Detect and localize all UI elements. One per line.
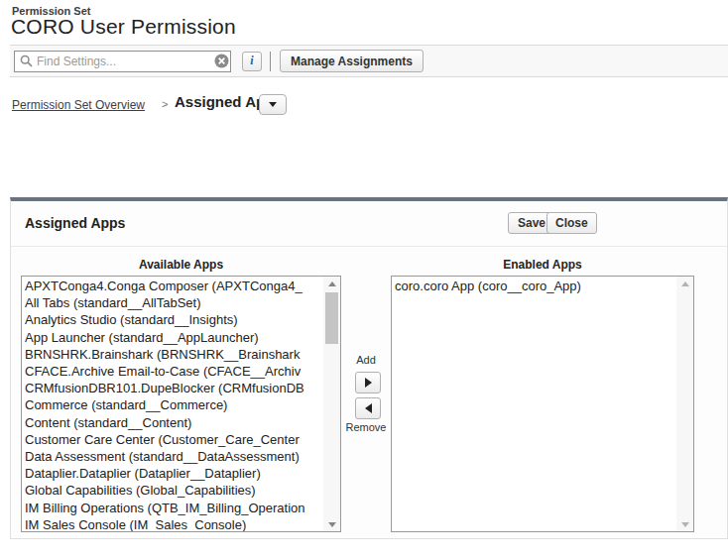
list-item[interactable]: App Launcher (standard__AppLauncher) [25, 329, 323, 346]
section-picker-dropdown[interactable] [259, 94, 287, 115]
available-apps-header: Available Apps [21, 258, 341, 272]
page-title: CORO User Permission [11, 15, 236, 39]
help-info-button[interactable]: i [242, 52, 262, 71]
search-icon [20, 55, 33, 67]
add-button[interactable] [355, 372, 381, 393]
breadcrumb-separator: > [162, 98, 168, 110]
settings-toolbar: i Manage Assignments [10, 45, 728, 77]
panel-header-divider [11, 246, 727, 247]
list-item[interactable]: CFACE.Archive Email-to-Case (CFACE__Arch… [25, 363, 323, 380]
list-item[interactable]: BRNSHRK.Brainshark (BRNSHRK__Brainshark [25, 346, 323, 363]
arrow-left-icon [365, 403, 372, 413]
clear-search-icon[interactable] [211, 54, 226, 68]
list-item[interactable]: Commerce (standard__Commerce) [25, 396, 323, 413]
panel-title: Assigned Apps [25, 215, 125, 231]
breadcrumb-overview-link[interactable]: Permission Set Overview [12, 98, 145, 112]
list-item[interactable]: IM Sales Console (IM_Sales_Console) [25, 516, 323, 531]
close-button[interactable]: Close [546, 212, 597, 234]
find-settings-searchbox[interactable] [14, 51, 231, 72]
available-apps-scrollbar[interactable] [323, 277, 340, 531]
add-label: Add [341, 354, 391, 366]
permission-set-page: Permission Set CORO User Permission i Ma… [0, 0, 728, 560]
enabled-apps-options: coro.coro App (coro__coro_App) [392, 278, 676, 531]
enabled-apps-scrollbar[interactable] [676, 277, 693, 531]
scrollbar-thumb[interactable] [325, 292, 338, 344]
list-item[interactable]: CRMfusionDBR101.DupeBlocker (CRMfusionDB [25, 380, 323, 396]
manage-assignments-button[interactable]: Manage Assignments [280, 50, 424, 72]
scroll-up-icon[interactable] [676, 277, 693, 290]
list-item[interactable]: IM Billing Operations (QTB_IM_Billing_Op… [25, 500, 323, 516]
list-item[interactable]: APXTConga4.Conga Composer (APXTConga4_ [25, 278, 323, 294]
available-apps-options: APXTConga4.Conga Composer (APXTConga4_Al… [22, 278, 323, 531]
list-item[interactable]: Dataplier.Dataplier (Dataplier__Dataplie… [25, 465, 323, 482]
enabled-apps-listbox[interactable]: coro.coro App (coro__coro_App) [391, 276, 694, 532]
available-apps-listbox[interactable]: APXTConga4.Conga Composer (APXTConga4_Al… [21, 276, 341, 532]
scroll-up-icon[interactable] [323, 277, 340, 290]
list-item[interactable]: Data Assessment (standard__DataAssessmen… [25, 448, 323, 465]
scroll-down-icon[interactable] [323, 517, 340, 531]
list-item[interactable]: Content (standard__Content) [25, 414, 323, 431]
list-item[interactable]: Analytics Studio (standard__Insights) [25, 311, 323, 328]
remove-button[interactable] [355, 397, 381, 419]
enabled-apps-header: Enabled Apps [391, 258, 694, 272]
list-item[interactable]: Customer Care Center (Customer_Care_Cent… [25, 431, 323, 448]
chevron-down-icon [269, 102, 277, 107]
remove-label: Remove [341, 421, 391, 433]
arrow-right-icon [365, 378, 372, 388]
toolbar-divider [270, 52, 271, 71]
list-item[interactable]: Global Capabilities (Global_Capabilities… [25, 482, 323, 499]
list-item[interactable]: coro.coro App (coro__coro_App) [395, 278, 676, 294]
scroll-down-icon[interactable] [676, 517, 693, 531]
assigned-apps-panel: Assigned Apps Save Close Available Apps … [10, 197, 728, 539]
search-input[interactable] [33, 55, 211, 68]
list-item[interactable]: All Tabs (standard__AllTabSet) [25, 294, 323, 311]
